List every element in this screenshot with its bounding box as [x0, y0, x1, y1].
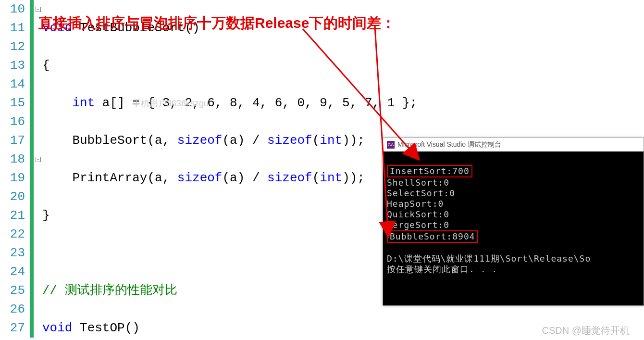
heap-sort-result: HeapSort:0: [387, 199, 444, 209]
bubble-sort-result: BubbleSort:8904: [387, 230, 478, 243]
code-text: PrintArray(a,: [42, 171, 177, 185]
line-number: 17: [0, 131, 25, 150]
keyword: sizeof: [177, 133, 223, 148]
console-path: D:\课堂代码\就业课111期\Sort\Release\So: [387, 253, 591, 264]
shell-sort-result: ShellSort:0: [387, 177, 449, 188]
keyword: sizeof: [267, 171, 312, 185]
select-sort-result: SelectSort:0: [387, 188, 455, 198]
console-output: InsertSort:700 ShellSort:0 SelectSort:0 …: [383, 151, 644, 288]
line-number: 20: [0, 188, 25, 206]
fold-marker-column: − −: [30, 0, 42, 340]
merge-sort-result: MergeSort:0: [387, 220, 449, 230]
line-number: 21: [0, 206, 25, 225]
line-number: 26: [0, 300, 25, 319]
line-number: 14: [0, 75, 25, 94]
type: int: [320, 171, 342, 185]
code-text: {: [42, 58, 50, 73]
line-number: 23: [0, 244, 25, 263]
debug-console-window[interactable]: CA Microsoft Visual Studio 调试控制台 InsertS…: [383, 138, 644, 306]
line-number: 10: [0, 0, 25, 19]
keyword: sizeof: [267, 133, 312, 148]
keyword: void: [42, 321, 72, 335]
code-text: TestOP(): [72, 321, 139, 335]
console-prompt: 按任意键关闭此窗口. . .: [387, 264, 497, 274]
fold-icon[interactable]: −: [36, 157, 41, 162]
line-number: 11: [0, 19, 25, 38]
line-number: 16: [0, 113, 25, 131]
line-number: 12: [0, 38, 25, 56]
console-title-text: Microsoft Visual Studio 调试控制台: [397, 140, 501, 149]
line-number: 18: [0, 150, 25, 169]
line-number: 27: [0, 319, 25, 338]
code-text: }: [42, 208, 50, 223]
line-number: 22: [0, 225, 25, 244]
console-title-bar[interactable]: CA Microsoft Visual Studio 调试控制台: [383, 138, 644, 151]
line-number: 15: [0, 94, 25, 113]
annotation-text: 直接插入排序与冒泡排序十万数据Release下的时间差：: [38, 13, 396, 33]
watermark-text: 手机用户3638kszgu: [132, 98, 209, 109]
type: int: [320, 133, 342, 148]
quick-sort-result: QuickSort:0: [387, 209, 449, 219]
insert-sort-result: InsertSort:700: [387, 165, 472, 177]
keyword: int: [72, 96, 95, 110]
comment: // 测试排序的性能对比: [42, 283, 177, 298]
line-number: 13: [0, 56, 25, 75]
csdn-watermark: CSDN @睡觉待开机: [542, 324, 630, 337]
line-number: 24: [0, 263, 25, 281]
line-number-gutter: 10 11 12 13 14 15 16 17 18 19 20 21 22 2…: [0, 0, 30, 340]
code-text: BubbleSort(a,: [42, 133, 177, 148]
change-indicator: [30, 0, 34, 338]
line-number: 19: [0, 169, 25, 188]
keyword: sizeof: [177, 171, 223, 185]
vs-icon: CA: [387, 141, 395, 149]
line-number: 25: [0, 281, 25, 300]
fold-icon[interactable]: −: [36, 7, 41, 12]
